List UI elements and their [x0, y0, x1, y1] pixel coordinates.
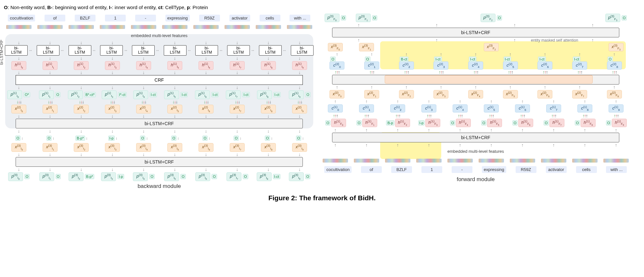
arrow-up-icon: ↑ [518, 99, 527, 104]
bilstm-pair: bi-LSTM↔ [5, 45, 33, 56]
p1-node: p(1)I4 [133, 90, 148, 99]
bilstmcrf-box-left-1: bi-LSTM+CRF [16, 119, 303, 128]
h1-right-tag: O [356, 120, 362, 125]
arrow-up-icon: ↑ [518, 127, 527, 133]
feature-swatch [603, 159, 629, 163]
x3-top-slot: x(3)F1 [352, 43, 381, 52]
c2-node: c(2)7 [572, 61, 587, 70]
arrow-down-icon: ↓ [201, 85, 211, 90]
arrow-up-icon: ↑ [455, 127, 465, 133]
feature-swatch [100, 25, 125, 29]
input-word: activator [546, 166, 567, 173]
arrow-up-icon: ↑ [540, 52, 550, 57]
arrow-up-icon: ↑ [436, 52, 446, 57]
arrow-down-icon: ↓ [139, 56, 148, 61]
x3-top-node: x(3)F2 [484, 43, 499, 52]
arrow-down-icon: ↓ [108, 40, 117, 45]
arrow-row: ↓↓↓↓↓↓↓↓↓↓↓↓↓↓↓↓↓↓↓↓↓↓↓↓↓↓↓↓↓↓ [3, 99, 315, 104]
p3-tag: B-p* [85, 174, 94, 179]
feature-swatch [354, 159, 379, 163]
arrow-down-icon: ↓ [139, 128, 148, 134]
arrow-down-icon: ↓ [108, 152, 117, 157]
input-words-right: cocultivationofBZLF1-expressingR59Zactiv… [320, 165, 632, 174]
p1-tag: O* [23, 92, 30, 97]
feature-swatch [131, 25, 156, 29]
p1-pair: p(1)I7I-ct [225, 90, 251, 99]
x3-node: x(3)I9 [292, 143, 307, 152]
emb-label-left: embedded multi-level features [131, 33, 187, 38]
h1-right-tag: O [512, 120, 518, 125]
arrow-up-icon: ↑ [510, 22, 520, 28]
input-word: cells [260, 15, 280, 21]
x3-node: x(3)I7 [230, 143, 245, 152]
p3-node: p(3)I1 [39, 172, 54, 181]
input-word: R59Z [516, 166, 536, 173]
x3-top-slot: x(3)F2 [477, 43, 506, 52]
arrow-up-icon: ↑ [486, 99, 496, 104]
feature-swatch [287, 25, 312, 29]
h1-node: h(1)I2 [74, 61, 89, 70]
p3-top-tag: O [372, 15, 378, 20]
p3-top-node: p(3)F3 [605, 14, 620, 22]
arrow-down-icon: ↓ [14, 167, 24, 172]
c2-node: c(2)0 [329, 61, 344, 70]
x2-node-right: x(2)F2 [399, 90, 414, 99]
o2-pair: O↓ [256, 136, 281, 141]
p1-pair: p(1)I4I-ct [132, 90, 158, 99]
p3-pair: p(3)I7O [225, 172, 250, 181]
p1-node: p(1)I2 [68, 90, 83, 99]
feature-swatch [447, 159, 473, 163]
h1-right-tag: O [325, 120, 331, 125]
arrow-down-icon: ↓ [170, 40, 180, 45]
p3-pair: p(3)I6O [193, 172, 219, 181]
p3-tag: I-ct [273, 174, 280, 179]
p3-pair: p(3)I1O [37, 172, 63, 181]
x2-node: x(2)I1 [43, 105, 58, 113]
triple-arrow-down-icon: ↓↓↓ [45, 99, 55, 104]
p3-tag: I-p [117, 174, 124, 179]
x3-node: x(3)I2 [74, 143, 89, 152]
arrow-up-icon: ↑ [580, 127, 590, 133]
c2-row-right: Oc(2)0Oc(2)1B-ctc(2)2I-ctc(2)3I-ctc(2)4I… [320, 57, 632, 70]
arrow-down-icon: ↓ [232, 152, 242, 157]
input-word: with ... [606, 166, 627, 173]
h1-right-pair: Oh(1)F0 [323, 119, 348, 127]
triple-arrow-up-icon: ↑↑↑ [611, 113, 621, 118]
c2-node: c(2)4 [468, 61, 483, 70]
input-word: cells [576, 166, 597, 173]
x3-node: x(3)I8 [261, 143, 276, 152]
arrow-down-icon: ↓ [295, 70, 304, 75]
p3-node: p(3)I7 [226, 172, 241, 181]
h1-node: h(1)I1 [43, 61, 58, 70]
arrow-down-icon: ↓ [201, 113, 211, 119]
c1-node: c(1)9 [609, 104, 624, 112]
arrow-down-icon: ↓ [45, 85, 55, 90]
h1-right-node: h(1)F2 [395, 119, 410, 127]
arrow-down-icon: ↓ [201, 128, 211, 134]
arrow-down-icon: ↓ [232, 113, 242, 119]
arrow-row: ↑↑↑↑↑↑↑↑↑ [320, 52, 632, 57]
h1-right-node: h(1)F1 [362, 119, 377, 127]
feature-swatch [162, 25, 187, 29]
arrow-up-icon: ↑ [436, 85, 446, 90]
arrow-down-icon: ↓ [295, 40, 304, 45]
triple-arrow-up-icon: ↑↑↑ [471, 70, 481, 75]
arrow-row: ↑↑↑↑ [320, 37, 632, 43]
arrow-down-icon: ↓ [139, 113, 148, 119]
arrow-down-icon: ↓ [14, 56, 24, 61]
arrow-down-icon: ↓ [170, 56, 180, 61]
c2-node: c(2)6 [537, 61, 552, 70]
x2-node: x(2)I4 [136, 105, 151, 113]
c1-node: c(1)6 [515, 104, 530, 112]
feature-swatch [510, 159, 535, 163]
arrow-down-icon: ↓ [76, 128, 86, 134]
triple-arrow-up-icon: ↑↑↑ [610, 70, 619, 75]
c2-pair: I-ctc(2)5 [498, 57, 523, 70]
c2-node: c(2)1 [364, 61, 379, 70]
c1-node: c(1)5 [484, 104, 499, 112]
triple-arrow-up-icon: ↑↑↑ [424, 113, 434, 118]
arrow-down-icon: ↓ [170, 85, 180, 90]
p3-top-slot: p(3)F1O [352, 14, 381, 22]
p1-node: p(1)I9 [289, 90, 304, 99]
h1-right-tag: I-p [418, 120, 425, 125]
